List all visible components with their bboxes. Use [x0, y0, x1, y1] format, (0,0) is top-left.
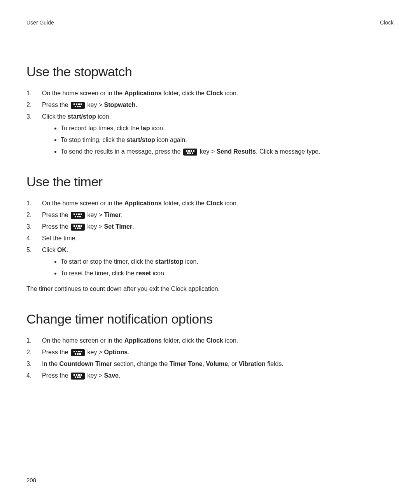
step: On the home screen or in the Application…	[26, 336, 394, 345]
step: Press the key > Save.	[26, 371, 394, 380]
stopwatch-steps: On the home screen or in the Application…	[26, 89, 394, 156]
step: On the home screen or in the Application…	[26, 199, 394, 208]
notification-steps: On the home screen or in the Application…	[26, 336, 394, 380]
step: Press the key > Set Timer.	[26, 222, 394, 231]
page-number: 208	[26, 476, 36, 485]
step: In the Countdown Timer section, change t…	[26, 359, 394, 369]
section-title-notification: Change timer notification options	[26, 309, 394, 329]
menu-key-icon	[71, 373, 85, 380]
section-title-timer: Use the timer	[26, 172, 394, 192]
timer-steps: On the home screen or in the Application…	[26, 199, 394, 278]
step: Click OK. To start or stop the timer, cl…	[26, 245, 394, 278]
step: Press the key > Timer.	[26, 210, 394, 220]
menu-key-icon	[71, 224, 85, 231]
step: Press the key > Options.	[26, 348, 394, 357]
substep: To record lap times, click the lap icon.	[61, 124, 394, 133]
step: Click the start/stop icon. To record lap…	[26, 112, 394, 156]
header-left: User Guide	[26, 19, 54, 27]
step: Press the key > Stopwatch.	[26, 100, 394, 110]
timer-note: The timer continues to count down after …	[26, 284, 394, 294]
substep: To stop timing, click the start/stop ico…	[61, 135, 394, 145]
step: Set the time.	[26, 234, 394, 243]
substep: To reset the timer, click the reset icon…	[61, 269, 394, 278]
header-right: Clock	[380, 19, 394, 27]
menu-key-icon	[183, 149, 197, 156]
page-header: User Guide Clock	[26, 19, 394, 27]
timer-substeps: To start or stop the timer, click the st…	[50, 257, 394, 278]
menu-key-icon	[71, 212, 85, 219]
substep: To start or stop the timer, click the st…	[61, 257, 394, 266]
step: On the home screen or in the Application…	[26, 89, 394, 98]
menu-key-icon	[71, 349, 85, 356]
stopwatch-substeps: To record lap times, click the lap icon.…	[50, 124, 394, 156]
menu-key-icon	[71, 102, 85, 109]
substep: To send the results in a message, press …	[61, 147, 394, 156]
section-title-stopwatch: Use the stopwatch	[26, 62, 394, 82]
